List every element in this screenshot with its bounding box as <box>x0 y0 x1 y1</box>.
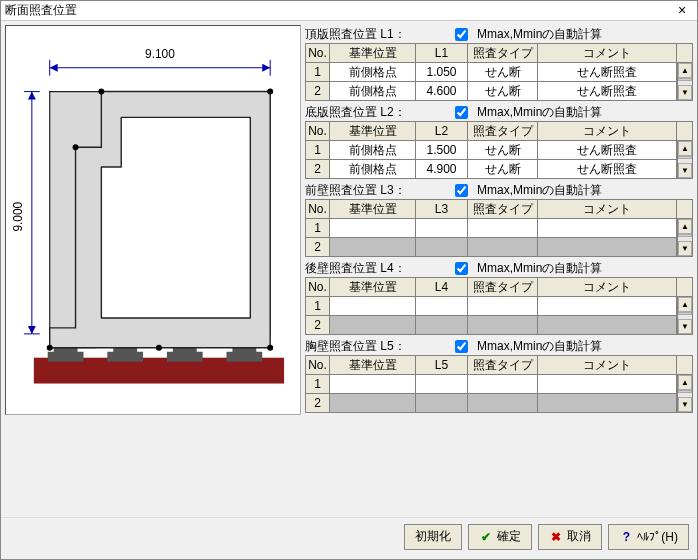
window-title: 断面照査位置 <box>5 2 671 19</box>
grid[interactable]: No.基準位置L1照査タイプコメント1前側格点1.050せん断せん断照査2前側格… <box>305 43 693 101</box>
table-row[interactable]: 1前側格点1.050せん断せん断照査 <box>306 63 693 82</box>
scroll-up-icon[interactable]: ▲ <box>678 219 692 234</box>
cell-ref[interactable]: 前側格点 <box>330 82 416 101</box>
col-ref: 基準位置 <box>330 44 416 63</box>
scroll-down-icon[interactable]: ▼ <box>678 163 692 178</box>
section-l1: 頂版照査位置 L1：Mmax,Mminの自動計算No.基準位置L1照査タイプコメ… <box>305 25 693 101</box>
close-icon[interactable]: × <box>671 3 693 19</box>
help-button[interactable]: ﾍﾙﾌﾟ(H) <box>608 524 689 550</box>
button-bar: 初期化 確定 取消 ﾍﾙﾌﾟ(H) <box>1 517 697 555</box>
cell-ref[interactable] <box>330 375 416 394</box>
cell-ref[interactable] <box>330 297 416 316</box>
scroll-down-icon[interactable]: ▼ <box>678 241 692 256</box>
cell-val[interactable] <box>416 297 468 316</box>
cell-val[interactable]: 1.050 <box>416 63 468 82</box>
vertical-scrollbar[interactable]: ▲▼ <box>677 63 692 100</box>
cell-type[interactable]: せん断 <box>468 82 538 101</box>
grid[interactable]: No.基準位置L3照査タイプコメント12 <box>305 199 693 257</box>
vertical-scrollbar[interactable]: ▲▼ <box>677 375 692 412</box>
col-comment: コメント <box>538 44 677 63</box>
cell-no: 1 <box>306 63 330 82</box>
cell-ref[interactable]: 前側格点 <box>330 63 416 82</box>
cell-type[interactable]: せん断 <box>468 160 538 179</box>
cell-val[interactable]: 1.500 <box>416 141 468 160</box>
col-val: L2 <box>416 122 468 141</box>
check-icon <box>479 530 493 544</box>
table-row-empty: 2 <box>306 238 693 257</box>
section-label: 後壁照査位置 L4： <box>305 260 445 277</box>
cell-val[interactable]: 4.600 <box>416 82 468 101</box>
section-l4: 後壁照査位置 L4：Mmax,Mminの自動計算No.基準位置L4照査タイプコメ… <box>305 259 693 335</box>
cell-type[interactable] <box>468 297 538 316</box>
grid[interactable]: No.基準位置L2照査タイプコメント1前側格点1.500せん断せん断照査2前側格… <box>305 121 693 179</box>
ok-button[interactable]: 確定 <box>468 524 532 550</box>
table-row[interactable]: 2前側格点4.600せん断せん断照査 <box>306 82 693 101</box>
cell-ref[interactable] <box>330 219 416 238</box>
cell-type[interactable] <box>468 219 538 238</box>
col-type: 照査タイプ <box>468 44 538 63</box>
scroll-down-icon[interactable]: ▼ <box>678 85 692 100</box>
auto-checkbox[interactable] <box>455 184 468 197</box>
cancel-button[interactable]: 取消 <box>538 524 602 550</box>
cell-comment[interactable]: せん断照査 <box>538 82 677 101</box>
cell-no: 2 <box>306 160 330 179</box>
cell-ref[interactable]: 前側格点 <box>330 160 416 179</box>
scroll-thumb[interactable] <box>678 390 692 393</box>
grid[interactable]: No.基準位置L4照査タイプコメント12 <box>305 277 693 335</box>
col-scroll-spacer <box>677 44 693 63</box>
section-label: 頂版照査位置 L1： <box>305 26 445 43</box>
scroll-down-icon[interactable]: ▼ <box>678 397 692 412</box>
scroll-up-icon[interactable]: ▲ <box>678 63 692 78</box>
init-button[interactable]: 初期化 <box>404 524 462 550</box>
svg-rect-16 <box>173 348 197 354</box>
cell-comment[interactable] <box>538 375 677 394</box>
table-row[interactable]: 2前側格点4.900せん断せん断照査 <box>306 160 693 179</box>
cell-no: 1 <box>306 375 330 394</box>
scroll-thumb[interactable] <box>678 156 692 159</box>
table-row[interactable]: 1前側格点1.500せん断せん断照査 <box>306 141 693 160</box>
svg-marker-8 <box>28 92 36 100</box>
cell-comment[interactable]: せん断照査 <box>538 160 677 179</box>
col-type: 照査タイプ <box>468 278 538 297</box>
cell-comment[interactable] <box>538 297 677 316</box>
table-row[interactable]: 1 <box>306 219 693 238</box>
scroll-thumb[interactable] <box>678 78 692 81</box>
cell-type[interactable]: せん断 <box>468 141 538 160</box>
scroll-down-icon[interactable]: ▼ <box>678 319 692 334</box>
section-label: 前壁照査位置 L3： <box>305 182 445 199</box>
vertical-scrollbar[interactable]: ▲▼ <box>677 297 692 334</box>
vertical-scrollbar[interactable]: ▲▼ <box>677 219 692 256</box>
svg-point-23 <box>156 345 162 351</box>
table-row[interactable]: 1 <box>306 375 693 394</box>
cell-comment[interactable] <box>538 219 677 238</box>
col-val: L4 <box>416 278 468 297</box>
table-row[interactable]: 1 <box>306 297 693 316</box>
auto-checkbox[interactable] <box>455 262 468 275</box>
cell-val[interactable]: 4.900 <box>416 160 468 179</box>
vertical-scrollbar[interactable]: ▲▼ <box>677 141 692 178</box>
auto-label: Mmax,Mminの自動計算 <box>477 338 602 355</box>
scroll-thumb[interactable] <box>678 234 692 237</box>
scroll-up-icon[interactable]: ▲ <box>678 297 692 312</box>
section-l5: 胸壁照査位置 L5：Mmax,Mminの自動計算No.基準位置L5照査タイプコメ… <box>305 337 693 413</box>
cell-comment[interactable]: せん断照査 <box>538 63 677 82</box>
cell-type[interactable] <box>468 375 538 394</box>
cell-type[interactable]: せん断 <box>468 63 538 82</box>
auto-checkbox[interactable] <box>455 28 468 41</box>
grid[interactable]: No.基準位置L5照査タイプコメント12 <box>305 355 693 413</box>
cell-val[interactable] <box>416 219 468 238</box>
cell-no: 1 <box>306 219 330 238</box>
section-l2: 底版照査位置 L2：Mmax,Mminの自動計算No.基準位置L2照査タイプコメ… <box>305 103 693 179</box>
scroll-up-icon[interactable]: ▲ <box>678 141 692 156</box>
col-no: No. <box>306 356 330 375</box>
scroll-up-icon[interactable]: ▲ <box>678 375 692 390</box>
cell-ref[interactable]: 前側格点 <box>330 141 416 160</box>
auto-checkbox[interactable] <box>455 340 468 353</box>
col-scroll-spacer <box>677 356 693 375</box>
auto-label: Mmax,Mminの自動計算 <box>477 260 602 277</box>
cell-val[interactable] <box>416 375 468 394</box>
cell-comment[interactable]: せん断照査 <box>538 141 677 160</box>
scroll-thumb[interactable] <box>678 312 692 315</box>
auto-checkbox[interactable] <box>455 106 468 119</box>
col-no: No. <box>306 200 330 219</box>
